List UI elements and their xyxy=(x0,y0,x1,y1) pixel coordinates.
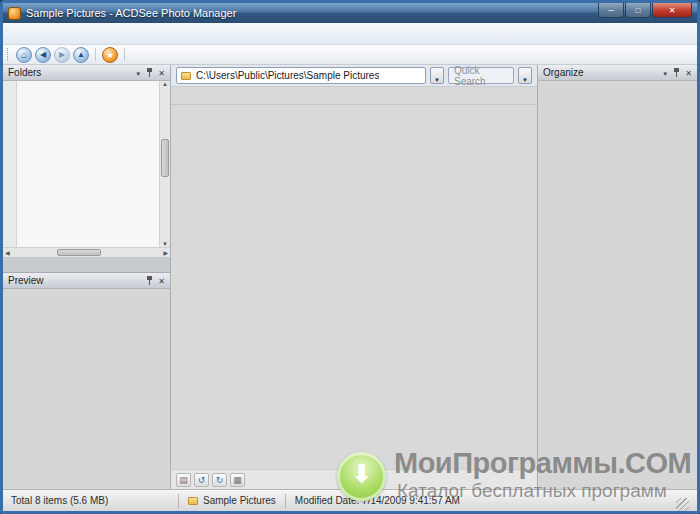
back-button[interactable] xyxy=(35,47,51,63)
rotate-right-icon[interactable] xyxy=(212,473,227,487)
home-button[interactable] xyxy=(16,47,32,63)
status-total: Total 8 items (5.6 MB) xyxy=(11,495,169,506)
minimize-button[interactable] xyxy=(598,3,624,18)
address-row: C:\Users\Public\Pictures\Sample Pictures… xyxy=(171,65,537,87)
folder-icon xyxy=(181,72,191,80)
pin-icon[interactable] xyxy=(146,276,153,285)
preview-panel-header: Preview xyxy=(3,273,170,289)
left-pane: Folders xyxy=(3,65,171,489)
organize-well-icon[interactable] xyxy=(176,473,191,487)
folders-header-icons xyxy=(135,67,165,78)
print-icon[interactable] xyxy=(230,473,245,487)
scroll-thumb[interactable] xyxy=(161,139,169,177)
pin-icon[interactable] xyxy=(146,68,153,77)
status-folder-name: Sample Pictures xyxy=(203,495,276,506)
folders-panel-title: Folders xyxy=(8,67,41,78)
thumbnail-grid xyxy=(171,105,537,469)
acdsee-window: Sample Pictures - ACDSee Photo Manager F… xyxy=(0,0,700,514)
organize-panel-header: Organize xyxy=(538,65,697,81)
status-modified-date: Modified Date: 7/14/2009 9:41:57 AM xyxy=(295,495,460,506)
status-separator xyxy=(285,494,286,508)
panel-menu-icon[interactable] xyxy=(135,67,141,78)
scroll-right-icon[interactable] xyxy=(163,249,168,256)
quick-search-dropdown-button[interactable] xyxy=(518,67,532,84)
acdsee-app-icon xyxy=(8,7,21,20)
address-path[interactable]: C:\Users\Public\Pictures\Sample Pictures xyxy=(196,70,379,81)
organize-body xyxy=(538,81,697,489)
status-bar: Total 8 items (5.6 MB) Sample Pictures M… xyxy=(3,489,697,511)
scroll-left-icon[interactable] xyxy=(5,249,10,256)
organize-pane: Organize xyxy=(538,65,697,489)
file-list-pane: C:\Users\Public\Pictures\Sample Pictures… xyxy=(171,65,538,489)
folders-body xyxy=(3,81,170,247)
organize-panel-title: Organize xyxy=(543,67,584,78)
toolbar-grip[interactable] xyxy=(7,48,10,61)
status-folder: Sample Pictures xyxy=(188,495,276,506)
folder-icon xyxy=(188,497,198,505)
scroll-track[interactable] xyxy=(160,87,170,241)
folders-panel-tabs xyxy=(3,258,170,273)
close-icon[interactable] xyxy=(158,67,165,78)
main-toolbar xyxy=(3,45,697,65)
toolbar-separator xyxy=(95,48,96,61)
quick-search-input[interactable]: Quick Search xyxy=(448,67,514,84)
close-button[interactable] xyxy=(652,3,692,18)
preview-panel-title: Preview xyxy=(8,275,44,286)
up-button[interactable] xyxy=(73,47,89,63)
pin-icon[interactable] xyxy=(673,68,680,77)
main-area: Folders xyxy=(3,65,697,489)
folders-panel-header: Folders xyxy=(3,65,170,81)
window-controls xyxy=(598,3,692,18)
close-icon[interactable] xyxy=(685,67,692,78)
folders-horizontal-scrollbar[interactable] xyxy=(3,247,170,258)
menu-row xyxy=(3,23,697,45)
toolbar-separator xyxy=(124,48,125,61)
title-bar[interactable]: Sample Pictures - ACDSee Photo Manager xyxy=(3,3,697,23)
rotate-left-icon[interactable] xyxy=(194,473,209,487)
scroll-track[interactable] xyxy=(12,248,162,257)
address-bar[interactable]: C:\Users\Public\Pictures\Sample Pictures xyxy=(176,67,426,84)
favorites-button[interactable] xyxy=(102,47,118,63)
preview-area xyxy=(3,289,170,489)
folder-tree xyxy=(17,81,159,247)
easy-select-strip xyxy=(3,81,17,247)
close-icon[interactable] xyxy=(158,275,165,286)
folders-vertical-scrollbar[interactable] xyxy=(159,81,170,247)
scroll-thumb[interactable] xyxy=(57,249,101,256)
panel-menu-icon[interactable] xyxy=(662,67,668,78)
address-dropdown-button[interactable] xyxy=(430,67,444,84)
resize-grip[interactable] xyxy=(676,498,689,511)
scroll-down-icon[interactable] xyxy=(162,241,168,247)
organize-header-icons xyxy=(662,67,692,78)
maximize-button[interactable] xyxy=(625,3,651,18)
forward-button[interactable] xyxy=(54,47,70,63)
status-separator xyxy=(178,494,179,508)
preview-header-icons xyxy=(146,275,165,286)
bottom-mini-toolbar xyxy=(171,469,537,489)
filter-bar xyxy=(171,87,537,105)
window-title: Sample Pictures - ACDSee Photo Manager xyxy=(26,7,236,19)
